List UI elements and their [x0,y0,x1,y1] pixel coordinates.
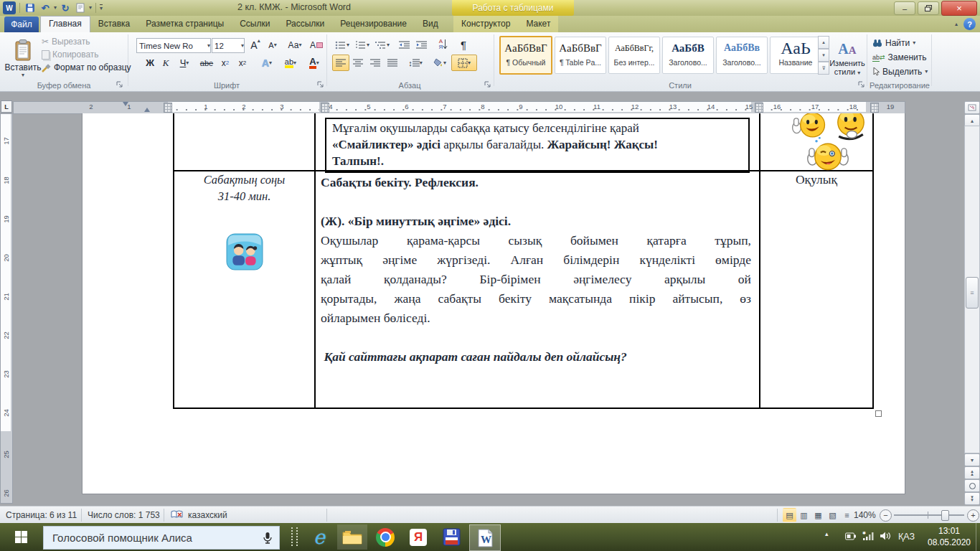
view-web-layout-icon[interactable]: ▦ [811,508,825,522]
taskbar-word-icon[interactable]: W [469,524,501,551]
scrollbar-thumb[interactable]: ≡ [966,277,979,309]
font-color-button[interactable]: А▾ [303,55,326,71]
style-thumb-1[interactable]: АаБбВвГ¶ Table Pa... [555,37,606,74]
superscript-button[interactable]: x2 [234,55,251,71]
tab-1[interactable]: Вставка [90,16,138,32]
vertical-ruler[interactable]: 17181920212223242526 [0,113,13,504]
document-page[interactable]: Мұғалім оқушыларды сабаққа қатысу белсен… [82,113,905,494]
taskbar-grip[interactable] [291,527,298,546]
paragraph-dialog-launcher[interactable] [484,81,491,88]
microphone-icon[interactable] [263,532,272,545]
table-column-marker[interactable] [164,103,172,113]
zoom-slider-track[interactable] [894,514,964,516]
highlight-color-button[interactable]: ab▾ [278,55,303,71]
align-left-button[interactable] [332,55,349,71]
clipboard-dialog-launcher[interactable] [116,81,123,88]
lesson-cell[interactable]: Сабақты бекіту. Рефлексия. (Ж). «Бір мин… [321,173,751,367]
view-fullscreen-reading-icon[interactable]: ▥ [797,508,811,522]
table-resize-handle[interactable] [875,410,882,417]
gallery-down-icon[interactable]: ▾ [818,49,829,62]
view-outline-icon[interactable]: ▧ [826,508,839,522]
battery-icon[interactable] [845,532,856,540]
tab-2[interactable]: Разметка страницы [138,16,232,32]
help-icon[interactable]: ? [963,18,976,30]
tab-3[interactable]: Ссылки [232,16,278,32]
gallery-more-icon[interactable]: ⊽ [818,62,829,75]
resource-cell[interactable]: Оқулық [762,172,871,187]
zoom-out-icon[interactable]: − [880,509,892,522]
volume-icon[interactable] [880,531,892,541]
bullets-button[interactable]: ▾ [332,37,352,53]
replace-button[interactable]: ab⇄ Заменить [872,52,927,62]
increase-indent-button[interactable] [413,37,430,53]
style-thumb-2[interactable]: АаБбВвГг,Без интер... [608,37,660,74]
font-family-combo[interactable]: Times New Ro ▾ [136,38,211,53]
zoom-in-icon[interactable]: + [967,509,979,522]
gallery-up-icon[interactable]: ▴ [818,36,829,49]
undo-dropdown-icon[interactable]: ▾ [54,5,57,11]
smiley-wink-thumbs-icon[interactable] [807,135,849,176]
zoom-level[interactable]: 140% [854,510,876,520]
start-button[interactable] [0,523,42,551]
keyboard-language[interactable]: ҚАЗ [898,532,915,542]
styles-dialog-launcher[interactable] [858,81,865,88]
subscript-button[interactable]: x2 [217,55,234,71]
sort-button[interactable]: АЯ [433,36,454,53]
page-indicator[interactable]: Страница: 6 из 11 [6,510,77,520]
document-icon[interactable] [74,1,87,14]
horizontal-ruler[interactable]: 2112345678910111213141516171819 [13,101,905,114]
ruler-toggle-button[interactable] [964,101,980,114]
shrink-font-button[interactable]: А▾ [264,37,281,53]
contextual-tab-0[interactable]: Конструктор [453,16,518,32]
stage-cell[interactable]: Сабақтың соңы 31-40 мин. [174,171,314,275]
show-marks-button[interactable]: ¶ [456,36,471,53]
style-thumb-0[interactable]: АаБбВвГ¶ Обычный [499,36,552,75]
line-spacing-button[interactable]: ↕▾ [404,55,427,71]
word-count[interactable]: Число слов: 1 753 [88,510,160,520]
align-right-button[interactable] [367,55,384,71]
scroll-down-icon[interactable]: ▾ [964,453,980,466]
change-styles-button[interactable]: АА Изменить стили ▾ [829,36,865,80]
view-print-layout-icon[interactable]: ▤ [783,508,796,522]
first-line-indent-marker[interactable] [123,102,128,106]
find-button[interactable]: Найти ▾ [872,38,915,48]
taskbar-explorer-icon[interactable] [337,524,367,550]
show-desktop-button[interactable] [976,523,980,551]
taskbar-floppy-icon[interactable] [436,524,466,550]
numbering-button[interactable]: ▾ [352,37,372,53]
taskbar-ie-icon[interactable]: e [304,524,334,550]
table-column-marker[interactable] [870,103,879,113]
tray-clock[interactable]: 13:01 08.05.2020 [924,525,974,548]
strikethrough-button[interactable]: abe [197,55,217,71]
spellcheck-icon[interactable] [171,510,183,519]
undo-icon[interactable]: ↶ [39,1,52,14]
network-signal-icon[interactable]: ✱ [862,531,874,541]
language-indicator[interactable]: казахский [188,510,227,520]
minimize-button[interactable]: – [894,1,915,15]
note-box[interactable]: Мұғалім оқушыларды сабаққа қатысу белсен… [325,118,750,173]
contextual-tab-1[interactable]: Макет [518,16,558,32]
tab-4[interactable]: Рассылки [278,16,332,32]
align-center-button[interactable] [349,55,367,71]
taskbar-search-input[interactable]: Голосовой помощник Алиса [43,526,280,550]
table-column-marker[interactable] [321,103,329,113]
shading-button[interactable]: ▾ [428,55,451,71]
save-icon[interactable] [24,1,37,14]
browse-object-icon[interactable] [964,479,980,492]
tab-file[interactable]: Файл [4,17,39,32]
table-column-marker[interactable] [755,103,763,113]
format-painter-button[interactable]: Формат по образцу [42,62,131,72]
previous-page-icon[interactable]: ▴▴ [964,466,980,479]
underline-button[interactable]: Ч▾ [174,55,195,71]
customize-qat-icon[interactable]: ▾ [100,4,103,11]
select-button[interactable]: Выделить ▾ [872,67,928,77]
document-dropdown-icon[interactable]: ▾ [89,5,92,11]
decrease-indent-button[interactable] [395,37,413,53]
tab-6[interactable]: Вид [415,16,446,32]
bold-button[interactable]: Ж [142,55,158,71]
view-draft-icon[interactable]: ≡ [840,508,854,522]
style-thumb-4[interactable]: АаБбВвЗаголово... [716,37,768,74]
zoom-slider-thumb[interactable] [941,510,949,521]
collapse-ribbon-icon[interactable]: ▴ [955,22,958,27]
justify-button[interactable] [384,55,401,71]
